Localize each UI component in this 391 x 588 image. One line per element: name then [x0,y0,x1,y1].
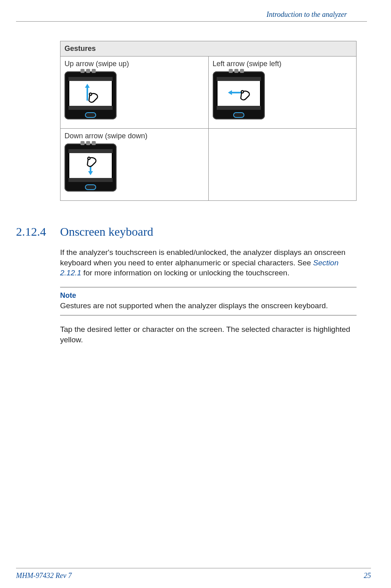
section-number: 2.12.4 [16,225,46,238]
para-1: If the analyzer's touchscreen is enabled… [60,247,357,278]
footer-doc-id: MHM-97432 Rev 7 [16,572,72,580]
header-rule [16,21,367,22]
footer-rule [16,568,371,568]
note-label: Note [60,291,357,300]
footer-page-number: 25 [364,572,371,580]
svg-point-2 [89,93,92,95]
note-block: Note Gestures are not supported when the… [60,287,357,315]
gesture-label-up: Up arrow (swipe up) [64,60,204,68]
note-text: Gestures are not supported when the anal… [60,301,357,310]
gesture-cell-left: Left arrow (swipe left) [208,57,357,129]
gesture-cell-empty [208,129,357,201]
section-title: Onscreen keyboard [60,225,357,238]
gestures-table: Gestures Up arrow (swipe up) [60,41,357,201]
running-header: Introduction to the analyzer [16,8,367,19]
swipe-down-icon [79,154,103,178]
gesture-cell-down: Down arrow (swipe down) [60,129,209,201]
swipe-up-icon [79,81,103,105]
swipe-left-icon [225,81,253,105]
svg-point-5 [241,91,244,93]
para-1a: If the analyzer's touchscreen is enabled… [60,248,345,267]
svg-marker-1 [85,84,90,88]
gestures-header: Gestures [60,41,357,57]
gesture-image-left [213,71,353,119]
para-1b: for more information on locking or unloc… [81,269,290,277]
svg-marker-7 [88,171,93,175]
gesture-cell-up: Up arrow (swipe up) [60,57,209,129]
para-2: Tap the desired letter or character on t… [60,324,357,345]
gesture-image-up [64,71,204,119]
gesture-image-down [64,143,204,192]
svg-point-8 [88,157,90,160]
gesture-label-down: Down arrow (swipe down) [64,132,204,140]
gesture-label-left: Left arrow (swipe left) [213,60,353,68]
svg-marker-4 [228,90,232,95]
